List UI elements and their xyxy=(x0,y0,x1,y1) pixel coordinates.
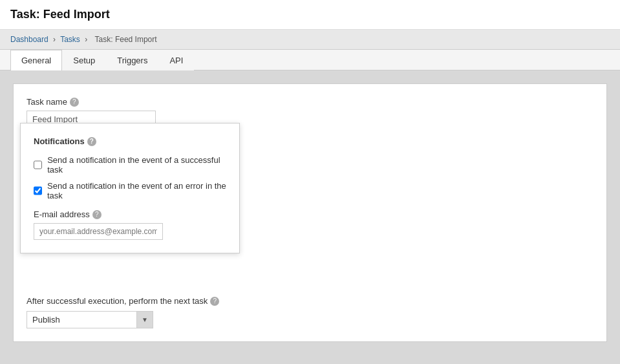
breadcrumb-dashboard-link[interactable]: Dashboard xyxy=(10,35,48,44)
breadcrumb-sep-1: › xyxy=(53,35,56,44)
after-exec-section: After successful execution, perform the … xyxy=(27,296,593,328)
after-exec-dropdown-arrow[interactable]: ▼ xyxy=(136,311,153,328)
notification-title-text: Notifications xyxy=(34,136,85,146)
notification-help-icon[interactable]: ? xyxy=(87,137,96,146)
email-label-row: E-mail address ? xyxy=(34,209,226,219)
error-notification-label: Send a notification in the event of an e… xyxy=(47,181,226,200)
task-name-label-text: Task name xyxy=(27,97,67,107)
after-exec-select-wrapper: Publish ▼ xyxy=(27,311,153,328)
breadcrumb-current: Task: Feed Import xyxy=(95,35,157,44)
arrow-down-icon: ▼ xyxy=(142,316,148,323)
tab-setup[interactable]: Setup xyxy=(62,50,106,70)
tab-triggers[interactable]: Triggers xyxy=(106,50,158,70)
after-exec-label-text: After successful execution, perform the … xyxy=(27,296,208,306)
successful-notification-label: Send a notification in the event of a su… xyxy=(47,155,226,175)
breadcrumb-sep-2: › xyxy=(85,35,87,44)
after-exec-select[interactable]: Publish xyxy=(27,311,136,328)
breadcrumb: Dashboard › Tasks › Task: Feed Import xyxy=(0,30,620,50)
breadcrumb-tasks-link[interactable]: Tasks xyxy=(60,35,80,44)
error-notification-row: Send a notification in the event of an e… xyxy=(34,181,226,200)
tab-api[interactable]: API xyxy=(158,50,194,70)
email-input[interactable] xyxy=(34,223,163,240)
after-exec-help-icon[interactable]: ? xyxy=(210,297,219,306)
notification-popup: Notifications ? Send a notification in t… xyxy=(20,123,240,253)
email-label-text: E-mail address xyxy=(34,209,90,219)
error-notification-checkbox[interactable] xyxy=(34,186,42,195)
task-name-help-icon[interactable]: ? xyxy=(70,98,79,107)
email-help-icon[interactable]: ? xyxy=(92,210,102,219)
successful-notification-checkbox[interactable] xyxy=(34,160,42,169)
main-content: Task name ? Notifications ? Send a notif… xyxy=(0,70,620,364)
tabs-bar: General Setup Triggers API xyxy=(0,50,620,70)
notification-title: Notifications ? xyxy=(34,136,226,146)
page-header: Task: Feed Import xyxy=(0,0,620,30)
page-title: Task: Feed Import xyxy=(10,8,610,21)
after-exec-label: After successful execution, perform the … xyxy=(27,296,593,306)
task-name-label: Task name ? xyxy=(27,97,593,107)
tab-general[interactable]: General xyxy=(10,50,62,70)
content-panel: Task name ? Notifications ? Send a notif… xyxy=(13,83,607,342)
successful-notification-row: Send a notification in the event of a su… xyxy=(34,155,226,175)
